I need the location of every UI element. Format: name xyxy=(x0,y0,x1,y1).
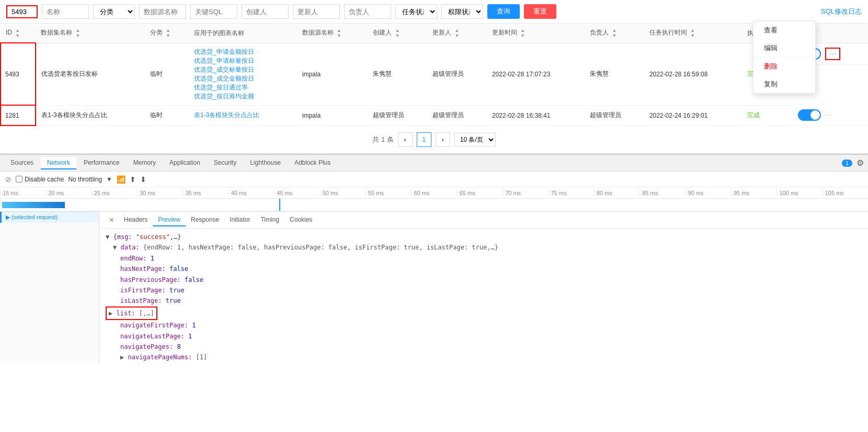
more-button[interactable]: ··· xyxy=(825,48,840,60)
total-label: 共 1 条 xyxy=(372,135,393,144)
json-key-msg: {msg: xyxy=(113,233,135,241)
cell-updater: 超级管理员 xyxy=(427,43,487,105)
settings-icon[interactable]: ⚙ xyxy=(856,158,864,168)
chart-link[interactable]: 优选贷_申请标量按日 xyxy=(194,56,292,65)
col-creator[interactable]: 创建人 ▲▼ xyxy=(368,24,427,43)
prev-page-btn[interactable]: ‹ xyxy=(398,132,413,147)
json-val-hasprevpage: false xyxy=(185,276,203,283)
category-select[interactable]: 分类 xyxy=(93,4,135,19)
col-exec-time[interactable]: 任务执行时间 ▲▼ xyxy=(644,24,742,43)
col-charts[interactable]: 应用于的图表名称 xyxy=(189,24,297,43)
context-menu-item-view[interactable]: 查看 xyxy=(753,21,815,39)
chart-link[interactable]: 优选贷_按日筹均金额 xyxy=(194,92,292,101)
json-val-hasnextpage: false xyxy=(169,265,188,272)
timeline-cursor xyxy=(279,199,280,211)
json-preview-panel: ▼ {msg: "success",…} ▼ data: {endRow: 1,… xyxy=(99,229,868,363)
table-row: 5493 优选货老客按日发标 临时 优选贷_申请金额按日 优选贷_申请标量按日 … xyxy=(1,43,868,105)
json-key-navlastpage: navigateLastPage: xyxy=(120,333,188,340)
devtools-tab-sources[interactable]: Sources xyxy=(4,157,40,169)
panel-tab-cookies[interactable]: Cookies xyxy=(284,214,317,226)
json-tree: ▼ {msg: "success",…} ▼ data: {endRow: 1,… xyxy=(106,232,862,363)
col-updater[interactable]: 更新人 ▲▼ xyxy=(427,24,487,43)
json-isfirstpage: isFirstPage: true xyxy=(106,285,862,295)
json-root: ▼ {msg: "success",…} xyxy=(106,232,862,242)
query-button[interactable]: 查询 xyxy=(487,4,520,19)
expand-root[interactable]: ▼ xyxy=(106,233,109,241)
json-val-msg: "success" xyxy=(136,233,170,241)
search-name-input[interactable] xyxy=(42,4,89,19)
perm-status-select[interactable]: 权限状态 xyxy=(441,4,483,19)
cell-owner: 朱隽慧 xyxy=(585,43,644,105)
devtools-tabs: Sources Network Performance Memory Appli… xyxy=(0,155,868,172)
timeline-labels: 15 ms 20 ms 25 ms 30 ms 35 ms 40 ms 45 m… xyxy=(0,190,868,196)
timeline-label: 30 ms xyxy=(137,190,182,196)
toggle-switch[interactable] xyxy=(798,109,821,121)
panel-tab-timing[interactable]: Timing xyxy=(255,214,284,226)
context-menu-item-copy[interactable]: 复制 xyxy=(753,75,815,93)
panel-tab-preview[interactable]: Preview xyxy=(153,214,186,226)
datasource-name-input[interactable] xyxy=(139,4,186,19)
devtools-tab-security[interactable]: Security xyxy=(208,157,243,169)
chart-link[interactable]: 表1-3各模块失分点占比 xyxy=(194,111,292,120)
task-status-select[interactable]: 任务状态 xyxy=(395,4,437,19)
json-hasnextpage: hasNextPage: false xyxy=(106,264,862,274)
selected-request[interactable]: ▶ (selected request) xyxy=(0,212,99,223)
col-category[interactable]: 分类 ▲▼ xyxy=(145,24,189,43)
context-menu-item-edit[interactable]: 编辑 xyxy=(753,39,815,57)
json-key-islastpage: isLastPage: xyxy=(120,297,166,304)
expand-list[interactable]: ▶ xyxy=(109,310,112,317)
context-menu: 查看 编辑 删除 复制 xyxy=(753,21,816,94)
close-panel-btn[interactable]: ✕ xyxy=(105,214,119,226)
expand-data[interactable]: ▼ xyxy=(113,244,117,251)
reset-button[interactable]: 重置 xyxy=(524,4,556,19)
panel-right-container: ✕ Headers Preview Response Initiator Tim… xyxy=(99,212,868,363)
sort-owner-icon: ▲▼ xyxy=(612,28,616,38)
devtools-tab-adblock[interactable]: Adblock Plus xyxy=(288,157,337,169)
devtools-tab-lighthouse[interactable]: Lighthouse xyxy=(244,157,287,169)
next-page-btn[interactable]: › xyxy=(436,132,450,147)
chart-link[interactable]: 优选贷_申请金额按日 xyxy=(194,48,292,56)
wifi-icon[interactable]: 📶 xyxy=(117,175,125,184)
cell-category: 临时 xyxy=(145,105,189,126)
updater-input[interactable] xyxy=(293,4,340,19)
cell-task: ··· xyxy=(793,105,868,126)
col-owner[interactable]: 负责人 ▲▼ xyxy=(585,24,644,43)
disable-cache-checkbox[interactable] xyxy=(16,176,22,183)
sql-input[interactable] xyxy=(190,4,237,19)
json-key-data: data: xyxy=(120,244,143,251)
devtools-tab-application[interactable]: Application xyxy=(163,157,207,169)
owner-input[interactable] xyxy=(344,4,391,19)
col-dataset-name[interactable]: 数据集名称 ▲▼ xyxy=(36,24,144,43)
json-val-navfirstpage: 1 xyxy=(192,322,196,329)
sort-creator-icon: ▲▼ xyxy=(395,28,400,38)
panel-tab-initiator[interactable]: Initiator xyxy=(224,214,255,226)
devtools-tab-performance[interactable]: Performance xyxy=(77,157,126,169)
json-val-isfirstpage: true xyxy=(169,287,185,294)
search-id-input[interactable] xyxy=(6,5,38,18)
record-icon[interactable]: ⊘ xyxy=(5,175,12,184)
context-menu-item-delete[interactable]: 删除 xyxy=(753,57,815,75)
col-update-time[interactable]: 更新时间 ▲▼ xyxy=(487,24,585,43)
json-key-list: list: xyxy=(116,310,139,317)
devtools-tab-memory[interactable]: Memory xyxy=(127,157,162,169)
chart-link[interactable]: 优选贷_成交标量按日 xyxy=(194,65,292,74)
download-icon[interactable]: ⬇ xyxy=(140,175,146,184)
col-datasource[interactable]: 数据源名称 ▲▼ xyxy=(297,24,368,43)
expand-navpagenums[interactable]: ▶ xyxy=(120,354,124,361)
data-table-container: ID ▲▼ 数据集名称 ▲▼ 分类 ▲▼ 应用于的图表名称 数据源名称 ▲▼ 创… xyxy=(0,24,868,126)
devtools-tab-network[interactable]: Network xyxy=(41,157,76,169)
chart-link[interactable]: 优选贷_成交金额按日 xyxy=(194,74,292,83)
sql-log-link[interactable]: SQL修改日志 xyxy=(821,7,862,16)
upload-icon[interactable]: ⬆ xyxy=(130,175,136,184)
timeline-label: 15 ms xyxy=(0,190,45,196)
timeline-label: 95 ms xyxy=(731,190,776,196)
json-islastpage: isLastPage: true xyxy=(106,295,862,306)
creator-input[interactable] xyxy=(242,4,289,19)
col-id[interactable]: ID ▲▼ xyxy=(1,24,36,43)
throttling-arrow-icon[interactable]: ▼ xyxy=(106,176,112,183)
current-page-btn[interactable]: 1 xyxy=(417,132,431,147)
panel-tab-headers[interactable]: Headers xyxy=(119,214,153,226)
panel-tab-response[interactable]: Response xyxy=(186,214,224,226)
chart-link[interactable]: 优选贷_按日通过率 xyxy=(194,83,292,92)
page-size-select[interactable]: 10 条/页 20 条/页 50 条/页 xyxy=(454,133,496,146)
